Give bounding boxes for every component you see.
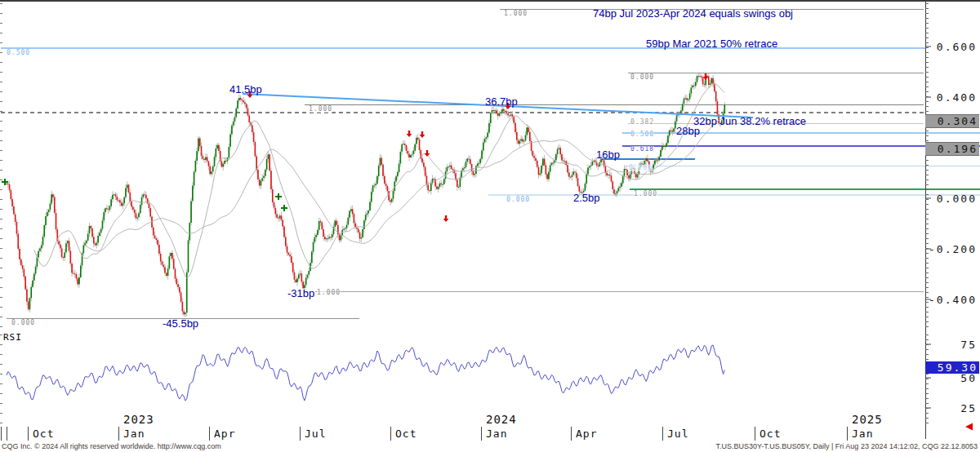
x-axis-month-separator	[571, 427, 572, 441]
fib-level-label: 0.382	[630, 119, 654, 126]
x-axis-month-separator	[662, 427, 663, 441]
footer-copyright: CQG Inc. © 2024 All rights reserved worl…	[2, 442, 221, 451]
price-axis-label: 0.000	[926, 193, 977, 205]
rsi-axis-label: 50	[926, 372, 977, 384]
month-row-left-cell	[7, 427, 7, 441]
x-axis-month-separator	[481, 427, 482, 441]
fib-level-label: 1.000	[634, 191, 657, 197]
x-axis-month-label[interactable]: Jul	[305, 428, 326, 440]
x-axis-month-label[interactable]: Oct	[760, 428, 781, 440]
left-price-ticks	[0, 3, 2, 330]
fib-level-label: 0.000	[506, 197, 530, 203]
x-axis-month-separator	[755, 427, 755, 441]
fib-level-label: 0.500	[7, 50, 30, 56]
price-axis-label: -0.400	[926, 294, 977, 306]
x-axis-year-label: 2023	[123, 414, 154, 426]
fib-level-label: 1.000	[309, 106, 332, 113]
rsi-study-label: RSI	[3, 333, 22, 343]
chart-annotation[interactable]: 16bp	[596, 149, 620, 161]
price-level-badge: 0.196	[925, 142, 979, 156]
chart-annotation[interactable]: -45.5bp	[163, 318, 198, 330]
x-axis-month-separator	[847, 427, 848, 441]
x-axis-year-label: 2024	[486, 414, 517, 426]
fib-level-label: 1.000	[504, 11, 528, 17]
price-axis-label: 0.600	[926, 41, 977, 53]
buy-plus-marker	[281, 205, 287, 211]
rsi-axis-label: 75	[926, 339, 977, 351]
fib-level-label: 1.000	[317, 290, 341, 296]
x-axis-month-label[interactable]: Jan	[123, 428, 145, 440]
x-axis-month-label[interactable]: Apr	[576, 428, 597, 440]
sell-arrow-marker	[443, 215, 449, 222]
x-axis-month-separator	[209, 427, 210, 441]
cqg-chart-window: RSI 0.6000.4000.000-0.200-0.4000.3040.19…	[0, 0, 980, 452]
fib-level-label: 0.000	[630, 74, 654, 81]
sell-arrow-marker	[703, 73, 709, 80]
x-axis-month-separator	[390, 427, 391, 441]
rsi-line	[7, 345, 724, 401]
chart-annotation[interactable]: 36.7bp	[485, 96, 518, 108]
sell-arrow-marker	[407, 131, 412, 137]
chart-annotation[interactable]: -31bp	[287, 288, 314, 299]
price-axis-label: -0.200	[926, 243, 977, 255]
ma-slow	[87, 117, 724, 251]
chart-annotation[interactable]: 59bp Mar 2021 50% retrace	[646, 38, 777, 50]
x-axis-month-separator	[28, 427, 29, 441]
x-axis-month-separator	[300, 427, 301, 441]
x-axis-month-label[interactable]: Oct	[33, 428, 54, 440]
month-row-left-cap	[1, 427, 2, 441]
month-row-bottom-border	[0, 0, 980, 1]
x-axis-month-label[interactable]: Apr	[214, 428, 235, 440]
price-axis-label: 0.400	[926, 91, 977, 104]
price-level-badge: 0.304	[925, 114, 979, 128]
chart-annotation[interactable]: 28bp	[676, 126, 700, 137]
sell-arrow-marker	[420, 131, 425, 138]
rsi-value-badge: 59.30	[925, 361, 979, 374]
rsi-axis-label: 25	[926, 402, 977, 414]
chart-annotation[interactable]: 41.5bp	[229, 84, 262, 95]
scroll-left-arrow-icon[interactable]	[965, 423, 973, 431]
chart-annotation[interactable]: 32bp Jun 38.2% retrace	[693, 116, 806, 127]
x-axis-month-separator	[118, 427, 119, 441]
x-axis-month-label[interactable]: Jan	[852, 428, 873, 440]
sell-arrow-marker	[425, 150, 430, 157]
fib-level-label: 0.000	[11, 320, 35, 326]
left-rsi-ticks	[0, 335, 2, 426]
x-axis-year-label: 2025	[852, 414, 883, 426]
chart-annotation[interactable]: 2.5bp	[573, 193, 600, 204]
x-axis-month-label[interactable]: Oct	[395, 428, 416, 440]
buy-plus-marker	[275, 193, 282, 200]
fib-level-label: 0.500	[630, 131, 654, 138]
chart-canvas[interactable]	[0, 0, 980, 452]
footer-symbol-info: T.US.BUS30Y-T.US.BUS05Y, Daily | Fri Aug…	[715, 442, 978, 451]
fib-level-label: 0.618	[630, 146, 654, 153]
chart-annotation[interactable]: 74bp Jul 2023-Apr 2024 equals swings obj	[593, 8, 793, 20]
x-axis-month-label[interactable]: Jan	[486, 428, 507, 440]
fib-level-label: 0.786	[629, 165, 653, 171]
x-axis-month-label[interactable]: Jul	[667, 428, 688, 440]
